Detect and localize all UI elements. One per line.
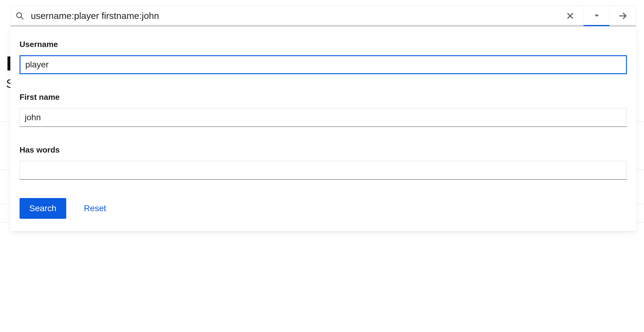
username-label: Username <box>20 40 627 49</box>
search-icon <box>11 6 29 26</box>
submit-search-button[interactable] <box>610 6 636 26</box>
haswords-input[interactable] <box>20 161 627 180</box>
advanced-search-panel: Username First name Has words Search Res… <box>10 26 636 231</box>
clear-button[interactable] <box>557 6 583 26</box>
firstname-field-group: First name <box>20 92 627 127</box>
haswords-label: Has words <box>20 145 627 155</box>
search-input[interactable] <box>29 6 557 26</box>
username-input[interactable] <box>20 55 627 74</box>
advanced-search-toggle[interactable] <box>583 6 610 26</box>
search-button[interactable]: Search <box>20 198 66 219</box>
search-bar <box>10 5 636 26</box>
caret-down-icon <box>594 13 600 19</box>
haswords-field-group: Has words <box>20 145 627 180</box>
panel-actions: Search Reset <box>20 198 627 219</box>
firstname-label: First name <box>20 92 627 102</box>
username-field-group: Username <box>20 40 627 74</box>
svg-line-1 <box>21 17 23 19</box>
firstname-input[interactable] <box>20 108 627 127</box>
reset-button[interactable]: Reset <box>84 204 106 213</box>
arrow-right-icon <box>618 11 628 20</box>
close-icon <box>566 12 574 20</box>
